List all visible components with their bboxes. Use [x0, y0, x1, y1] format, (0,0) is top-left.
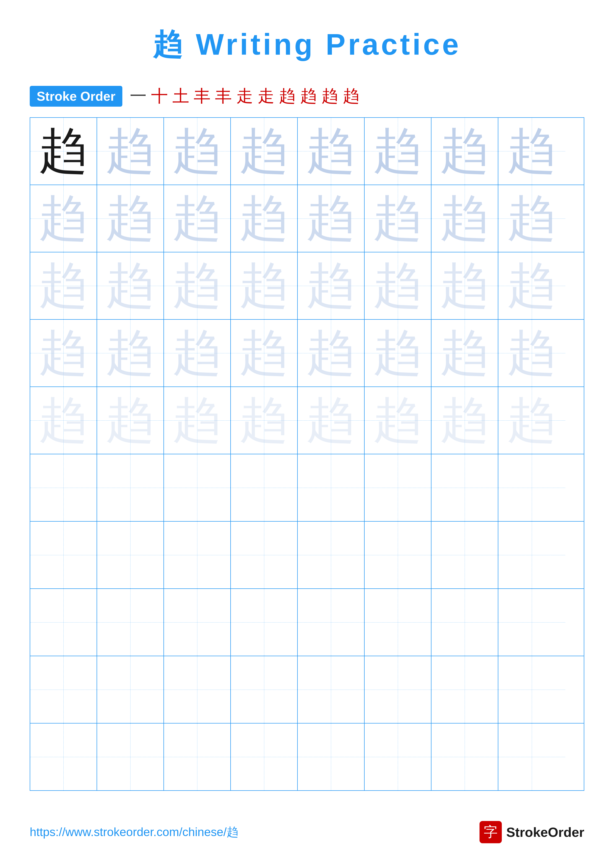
character-guide: 趋	[306, 396, 356, 445]
grid-cell[interactable]: 趋	[498, 387, 565, 454]
grid-cell[interactable]: 趋	[431, 185, 498, 252]
grid-cell[interactable]: 趋	[231, 185, 298, 252]
grid-cell[interactable]: 趋	[231, 320, 298, 386]
grid-cell[interactable]: 趋	[30, 387, 97, 454]
grid-cell[interactable]: 趋	[97, 253, 164, 319]
grid-cell[interactable]: 趋	[498, 118, 565, 184]
grid-cell[interactable]	[298, 589, 365, 656]
grid-cell[interactable]	[231, 454, 298, 521]
grid-cell[interactable]: 趋	[365, 253, 431, 319]
grid-cell[interactable]	[231, 656, 298, 723]
grid-cell[interactable]: 趋	[431, 253, 498, 319]
grid-row-10	[30, 724, 584, 790]
grid-cell[interactable]: 趋	[298, 118, 365, 184]
grid-cell[interactable]: 趋	[164, 320, 231, 386]
character-guide: 趋	[106, 329, 155, 378]
grid-row-7	[30, 522, 584, 589]
grid-cell[interactable]	[298, 454, 365, 521]
grid-cell[interactable]	[498, 589, 565, 656]
character-guide: 趋	[306, 261, 356, 310]
page-title: 趋 Writing Practice	[0, 0, 614, 65]
grid-cell[interactable]	[298, 522, 365, 588]
grid-cell[interactable]	[231, 589, 298, 656]
grid-cell[interactable]	[498, 724, 565, 790]
grid-cell[interactable]	[498, 656, 565, 723]
grid-cell[interactable]	[498, 454, 565, 521]
grid-cell[interactable]: 趋	[498, 185, 565, 252]
grid-row-9	[30, 656, 584, 724]
grid-cell[interactable]: 趋	[298, 253, 365, 319]
grid-cell[interactable]	[365, 589, 431, 656]
grid-cell[interactable]: 趋	[498, 253, 565, 319]
grid-cell[interactable]	[30, 589, 97, 656]
character-guide: 趋	[106, 194, 155, 243]
grid-cell[interactable]: 趋	[298, 320, 365, 386]
grid-cell[interactable]	[431, 656, 498, 723]
grid-cell[interactable]	[97, 454, 164, 521]
grid-cell[interactable]	[30, 656, 97, 723]
grid-cell[interactable]: 趋	[30, 185, 97, 252]
grid-cell[interactable]: 趋	[97, 387, 164, 454]
grid-cell[interactable]: 趋	[365, 387, 431, 454]
grid-cell[interactable]	[231, 724, 298, 790]
character-guide: 趋	[373, 396, 423, 445]
footer-url[interactable]: https://www.strokeorder.com/chinese/趋	[30, 824, 238, 840]
grid-cell[interactable]	[365, 724, 431, 790]
grid-cell[interactable]	[164, 656, 231, 723]
grid-cell[interactable]: 趋	[498, 320, 565, 386]
grid-cell[interactable]: 趋	[298, 387, 365, 454]
grid-cell[interactable]: 趋	[431, 320, 498, 386]
grid-cell[interactable]: 趋	[30, 253, 97, 319]
stroke-sequence: 一 十 土 丰 丰 走 走 趋 趋 趋 趋	[130, 85, 360, 107]
stroke-order-badge: Stroke Order	[30, 86, 122, 107]
grid-cell[interactable]: 趋	[30, 320, 97, 386]
grid-cell[interactable]: 趋	[97, 320, 164, 386]
stroke-10: 趋	[322, 85, 338, 107]
grid-cell[interactable]	[365, 656, 431, 723]
grid-cell[interactable]	[30, 724, 97, 790]
grid-cell[interactable]	[431, 724, 498, 790]
grid-cell[interactable]	[97, 656, 164, 723]
character-guide: 趋	[106, 396, 155, 445]
grid-cell[interactable]	[164, 724, 231, 790]
grid-cell[interactable]	[97, 522, 164, 588]
grid-cell[interactable]	[231, 522, 298, 588]
grid-cell[interactable]: 趋	[164, 185, 231, 252]
grid-cell[interactable]	[30, 522, 97, 588]
grid-cell[interactable]	[164, 589, 231, 656]
grid-cell[interactable]	[431, 454, 498, 521]
grid-cell[interactable]: 趋	[97, 118, 164, 184]
character-guide: 趋	[306, 126, 356, 176]
grid-cell[interactable]: 趋	[231, 253, 298, 319]
grid-cell[interactable]	[498, 522, 565, 588]
grid-cell[interactable]	[164, 454, 231, 521]
grid-cell[interactable]: 趋	[365, 320, 431, 386]
grid-cell[interactable]: 趋	[431, 118, 498, 184]
grid-row-2: 趋 趋 趋 趋 趋 趋 趋 趋	[30, 185, 584, 253]
strokeorder-logo-text: StrokeOrder	[506, 825, 584, 840]
character-dark: 趋	[39, 126, 88, 176]
grid-cell[interactable]	[97, 589, 164, 656]
grid-cell[interactable]: 趋	[30, 118, 97, 184]
grid-row-6	[30, 454, 584, 522]
grid-cell[interactable]: 趋	[298, 185, 365, 252]
grid-cell[interactable]	[431, 589, 498, 656]
grid-cell[interactable]: 趋	[97, 185, 164, 252]
grid-cell[interactable]	[365, 522, 431, 588]
grid-cell[interactable]	[298, 724, 365, 790]
character-guide: 趋	[239, 396, 289, 445]
grid-cell[interactable]: 趋	[231, 387, 298, 454]
grid-cell[interactable]: 趋	[431, 387, 498, 454]
grid-cell[interactable]: 趋	[231, 118, 298, 184]
grid-cell[interactable]: 趋	[164, 118, 231, 184]
grid-cell[interactable]	[97, 724, 164, 790]
grid-cell[interactable]: 趋	[365, 185, 431, 252]
grid-cell[interactable]	[30, 454, 97, 521]
grid-cell[interactable]: 趋	[164, 253, 231, 319]
grid-cell[interactable]	[298, 656, 365, 723]
grid-cell[interactable]	[365, 454, 431, 521]
grid-cell[interactable]: 趋	[164, 387, 231, 454]
grid-cell[interactable]	[431, 522, 498, 588]
grid-cell[interactable]: 趋	[365, 118, 431, 184]
grid-cell[interactable]	[164, 522, 231, 588]
